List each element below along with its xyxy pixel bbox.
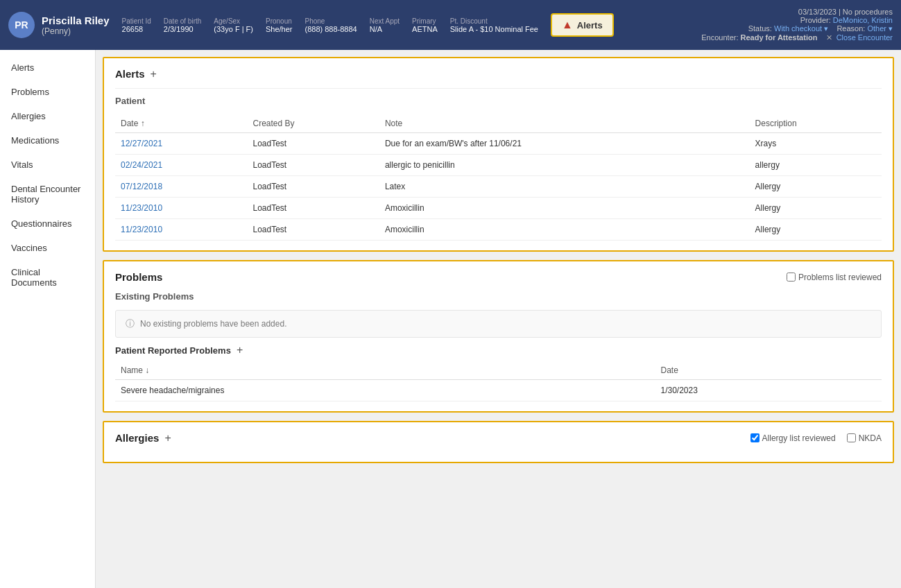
sidebar-item-vitals[interactable]: Vitals (0, 153, 95, 177)
age-sex-value: (33yo F | F) (214, 25, 253, 33)
add-alert-button[interactable]: + (151, 69, 157, 80)
table-row: 07/12/2018 LoadTest Latex Allergy (115, 176, 882, 198)
reason-label: Reason: (836, 24, 865, 33)
status-label: Status: (748, 24, 772, 33)
problems-reviewed-checkbox[interactable] (787, 273, 796, 282)
sidebar-item-questionnaires[interactable]: Questionnaires (0, 211, 95, 236)
alerts-note-col-header[interactable]: Note (379, 114, 750, 133)
main-layout: Alerts Problems Allergies Medications Vi… (0, 50, 901, 588)
problems-reviewed-checkbox-label[interactable]: Problems list reviewed (787, 273, 882, 282)
alert-date-cell[interactable]: 02/24/2021 (115, 155, 248, 176)
problems-section-title: Problems (115, 271, 162, 283)
alerts-button[interactable]: ▲ Alerts (551, 13, 614, 37)
sidebar-item-clinical-documents[interactable]: Clinical Documents (0, 260, 95, 295)
pronoun-label: Pronoun (266, 17, 293, 25)
info-circle-icon: ⓘ (126, 318, 135, 330)
table-row: Severe headache/migraines 1/30/2023 (115, 380, 882, 401)
table-row: 11/23/2010 LoadTest Amoxicillin Allergy (115, 219, 882, 241)
alerts-created-by-col-header[interactable]: Created By (248, 114, 379, 133)
alerts-section-header: Alerts + (115, 68, 882, 80)
alert-date-cell[interactable]: 11/23/2010 (115, 219, 248, 241)
add-patient-reported-problem-button[interactable]: + (237, 345, 243, 356)
reason-chevron-icon: ▾ (889, 24, 893, 33)
alert-note-cell: allergic to penicillin (379, 155, 750, 176)
encounter-status: Ready for Attestation (741, 33, 818, 42)
alert-description-cell: Xrays (750, 133, 882, 155)
dob-field: Date of birth 2/3/1990 (164, 17, 201, 33)
allergy-list-reviewed-text: Allergy list reviewed (762, 433, 836, 443)
nkda-checkbox[interactable] (847, 433, 856, 442)
allergy-list-reviewed-label[interactable]: Allergy list reviewed (750, 433, 836, 443)
patient-header: PR Priscilla Riley (Penny) Patient Id 26… (0, 0, 901, 50)
discount-label: Pt. Discount (450, 17, 538, 25)
encounter-info: 03/13/2023 | No procedures Provider: DeM… (701, 8, 893, 42)
next-appt-value: N/A (370, 25, 382, 33)
alert-description-cell: Allergy (750, 198, 882, 219)
sidebar-item-problems[interactable]: Problems (0, 80, 95, 104)
discount-value: Slide A - $10 Nominal Fee (450, 25, 538, 33)
allergy-list-reviewed-checkbox[interactable] (750, 433, 760, 442)
phone-value: (888) 888-8884 (305, 25, 357, 33)
sidebar-item-allergies[interactable]: Allergies (0, 104, 95, 128)
age-sex-field: Age/Sex (33yo F | F) (214, 17, 253, 33)
sidebar-item-medications[interactable]: Medications (0, 128, 95, 153)
status-value[interactable]: With checkout ▾ (774, 24, 828, 33)
primary-field: Primary AETNA (412, 17, 438, 33)
table-row: 02/24/2021 LoadTest allergic to penicill… (115, 155, 882, 176)
phone-field: Phone (888) 888-8884 (305, 17, 357, 33)
nkda-text: NKDA (859, 433, 882, 443)
alert-description-cell: Allergy (750, 219, 882, 241)
alert-date-cell[interactable]: 11/23/2010 (115, 198, 248, 219)
alert-date-cell[interactable]: 12/27/2021 (115, 133, 248, 155)
close-encounter-button[interactable]: Close Encounter (836, 33, 893, 42)
add-allergy-button[interactable]: + (164, 433, 171, 444)
nkda-checkbox-label[interactable]: NKDA (847, 433, 882, 443)
patient-reported-problems-title: Patient Reported Problems (115, 345, 231, 356)
prp-date-col-header[interactable]: Date (655, 361, 882, 380)
alert-created-by-cell: LoadTest (248, 133, 379, 155)
alert-triangle-icon: ▲ (562, 19, 573, 31)
problems-reviewed-area: Problems list reviewed (787, 273, 882, 282)
alert-description-cell: allergy (750, 155, 882, 176)
patient-info: Priscilla Riley (Penny) (42, 15, 110, 36)
avatar: PR (8, 12, 35, 38)
status-info: Status: With checkout ▾ Reason: Other ▾ (701, 24, 893, 33)
age-sex-label: Age/Sex (214, 17, 253, 25)
alerts-button-label: Alerts (577, 20, 603, 31)
sort-desc-icon: ↓ (145, 365, 149, 375)
pronoun-value: She/her (266, 25, 293, 33)
encounter-label: Encounter: (701, 33, 738, 42)
table-row: 11/23/2010 LoadTest Amoxicillin Allergy (115, 198, 882, 219)
prp-name-col-header[interactable]: Name ↓ (115, 361, 655, 380)
sort-asc-icon: ↑ (141, 119, 145, 128)
primary-label: Primary (412, 17, 438, 25)
alert-date-cell[interactable]: 07/12/2018 (115, 176, 248, 198)
existing-problems-empty: ⓘ No existing problems have been added. (115, 310, 882, 338)
sidebar-item-vaccines[interactable]: Vaccines (0, 236, 95, 260)
allergies-section: Allergies + Allergy list reviewed NKDA (103, 421, 894, 463)
header-fields: Patient Id 26658 Date of birth 2/3/1990 … (122, 17, 538, 33)
alerts-description-col-header[interactable]: Description (750, 114, 882, 133)
provider-label: Provider: (800, 16, 831, 24)
alert-created-by-cell: LoadTest (248, 219, 379, 241)
chevron-down-icon: ▾ (824, 24, 828, 33)
reason-value[interactable]: Other ▾ (867, 24, 893, 33)
sidebar-item-dental-encounter-history[interactable]: Dental Encounter History (0, 177, 95, 211)
primary-value: AETNA (412, 25, 438, 33)
encounter-status-row: Encounter: Ready for Attestation ✕ Close… (701, 33, 893, 42)
patient-name: Priscilla Riley (42, 15, 110, 26)
alert-created-by-cell: LoadTest (248, 198, 379, 219)
alerts-date-col-header[interactable]: Date ↑ (115, 114, 248, 133)
alert-note-cell: Latex (379, 176, 750, 198)
alerts-patient-sub-title: Patient (115, 88, 882, 109)
alert-created-by-cell: LoadTest (248, 176, 379, 198)
sidebar: Alerts Problems Allergies Medications Vi… (0, 50, 96, 588)
alerts-section-title: Alerts (115, 68, 145, 80)
patient-reported-problems-table: Name ↓ Date Severe headache/migraines 1/… (115, 361, 882, 401)
discount-field: Pt. Discount Slide A - $10 Nominal Fee (450, 17, 538, 33)
provider-name[interactable]: DeMonico, Kristin (833, 16, 893, 24)
sidebar-item-alerts[interactable]: Alerts (0, 55, 95, 80)
close-x-icon: ✕ (826, 33, 832, 42)
provider-info: Provider: DeMonico, Kristin (701, 16, 893, 24)
next-appt-label: Next Appt (370, 17, 400, 25)
